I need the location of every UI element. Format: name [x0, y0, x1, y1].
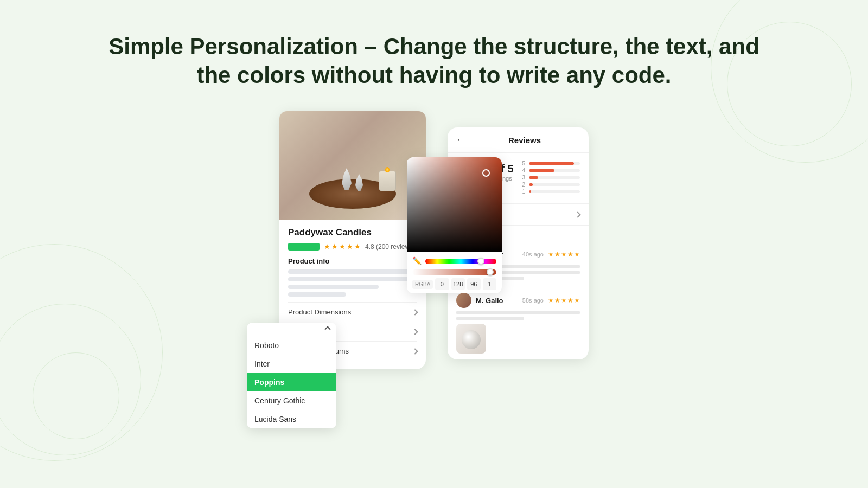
- info-line-4: [288, 292, 346, 297]
- review-row1-mgallo: M. Gallo 58s ago ★ ★ ★ ★ ★: [456, 293, 580, 308]
- reviews-header: ← Reviews: [448, 127, 589, 153]
- review-stars-jennifer: ★ ★ ★ ★ ★: [548, 251, 580, 258]
- review-time-jennifer: 40s ago: [522, 251, 544, 258]
- font-dropdown[interactable]: Roboto Inter Poppins Century Gothic Luci…: [247, 323, 336, 428]
- review-item-mgallo: M. Gallo 58s ago ★ ★ ★ ★ ★: [448, 288, 589, 359]
- review-time-mgallo: 58s ago: [522, 297, 544, 304]
- bar-track-5: [529, 162, 580, 165]
- bar-row-1: 1: [522, 189, 580, 195]
- chevron-up-icon: [324, 326, 330, 332]
- crystal-1: [342, 168, 352, 190]
- font-option-lucida-sans[interactable]: Lucida Sans: [247, 410, 336, 428]
- bar-fill-3: [529, 176, 538, 179]
- hue-handle[interactable]: [477, 258, 484, 265]
- info-line-2: [288, 277, 417, 281]
- star-1: ★: [324, 242, 330, 251]
- bar-fill-1: [529, 190, 532, 193]
- bar-label-2: 2: [522, 182, 527, 188]
- product-image: [279, 111, 426, 220]
- star-2: ★: [331, 242, 338, 251]
- bar-label-4: 4: [522, 168, 527, 174]
- color-picker[interactable]: ✏️ RGBA 0 128 96 1: [407, 157, 502, 293]
- bar-track-2: [529, 183, 580, 186]
- chevron-right-icon-2: [412, 329, 418, 335]
- font-option-inter[interactable]: Inter: [247, 355, 336, 373]
- reviewer-name-mgallo: M. Gallo: [476, 297, 503, 305]
- picker-controls: ✏️ RGBA 0 128 96 1: [407, 252, 502, 293]
- g-input[interactable]: 128: [451, 278, 465, 290]
- opacity-handle[interactable]: [487, 268, 494, 275]
- stars-row: ★ ★ ★ ★ ★: [324, 242, 361, 251]
- bar-row-2: 2: [522, 182, 580, 188]
- accordion-dimensions-label: Product Dimensions: [288, 308, 351, 316]
- hue-slider[interactable]: [425, 259, 496, 264]
- chevron-right-icon-3: [412, 348, 418, 354]
- bar-fill-4: [529, 169, 554, 172]
- star-5: ★: [354, 242, 361, 251]
- chevron-right-icon: [412, 309, 418, 315]
- a-input[interactable]: 1: [483, 278, 496, 290]
- star-4: ★: [347, 242, 353, 251]
- r-input[interactable]: 0: [435, 278, 449, 290]
- pencil-icon[interactable]: ✏️: [412, 256, 422, 266]
- product-rating-row: ★ ★ ★ ★ ★ 4.8 (200 reviews): [288, 242, 417, 251]
- candle-scene: [279, 111, 426, 220]
- review-lines-mgallo: [456, 311, 580, 320]
- reviews-title: Reviews: [469, 136, 580, 145]
- star-3: ★: [339, 242, 346, 251]
- bar-track-3: [529, 176, 580, 179]
- font-option-poppins[interactable]: Poppins: [247, 373, 336, 391]
- color-handle[interactable]: [482, 169, 490, 177]
- font-option-century-gothic[interactable]: Century Gothic: [247, 391, 336, 410]
- green-bar: [288, 243, 320, 251]
- bar-track-4: [529, 169, 580, 172]
- bar-label-1: 1: [522, 189, 527, 195]
- back-arrow-icon[interactable]: ←: [456, 135, 465, 145]
- color-gradient[interactable]: [407, 157, 502, 252]
- font-option-roboto[interactable]: Roboto: [247, 336, 336, 355]
- bar-fill-2: [529, 183, 533, 186]
- bar-row-3: 3: [522, 175, 580, 181]
- review-stars-mgallo: ★ ★ ★ ★ ★: [548, 297, 580, 304]
- bar-row-5: 5: [522, 160, 580, 166]
- cards-area: Paddywax Candles ★ ★ ★ ★ ★ 4.8 (200 revi…: [0, 111, 868, 369]
- review-thumbnail: [456, 324, 486, 354]
- thumb-sphere: [462, 330, 481, 349]
- rating-bars: 5 4 3 2 1: [522, 160, 580, 196]
- accordion-dimensions[interactable]: Product Dimensions: [288, 302, 417, 322]
- avatar-mgallo: [456, 293, 471, 308]
- info-line-1: [288, 269, 417, 274]
- product-title: Paddywax Candles: [288, 227, 417, 238]
- bar-fill-5: [529, 162, 574, 165]
- product-section: Paddywax Candles ★ ★ ★ ★ ★ 4.8 (200 revi…: [279, 111, 426, 369]
- bar-row-4: 4: [522, 168, 580, 174]
- rgba-label: RGBA: [412, 280, 433, 289]
- page-header: Simple Personalization – Change the stru…: [0, 0, 868, 111]
- info-line-3: [288, 285, 379, 289]
- candle-jar: [379, 171, 396, 191]
- page-title: Simple Personalization – Change the stru…: [108, 33, 760, 89]
- dropdown-trigger[interactable]: [247, 323, 336, 336]
- b-input[interactable]: 96: [467, 278, 481, 290]
- bar-label-3: 3: [522, 175, 527, 181]
- candle-flame: [385, 167, 390, 172]
- bar-label-5: 5: [522, 160, 527, 166]
- reviews-section: ← Reviews 4.8 out of 5 200 customer rati…: [448, 111, 589, 359]
- product-info-label: Product info: [288, 257, 417, 265]
- add-reviews-chevron: [575, 211, 580, 217]
- bar-track-1: [529, 190, 580, 193]
- picker-row1: ✏️: [412, 256, 496, 266]
- rgba-row: RGBA 0 128 96 1: [412, 278, 496, 290]
- opacity-slider[interactable]: [412, 269, 496, 275]
